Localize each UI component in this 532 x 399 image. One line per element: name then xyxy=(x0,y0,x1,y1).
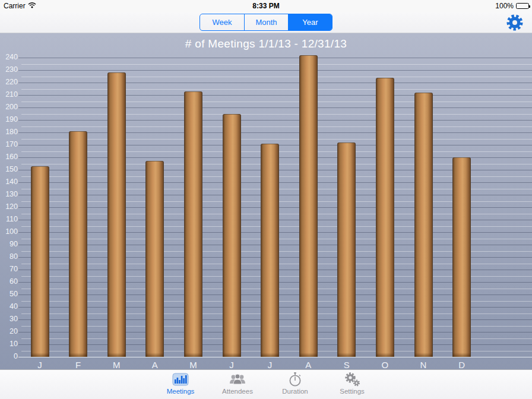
x-axis-label: J xyxy=(258,360,282,369)
segment-week[interactable]: Week xyxy=(200,14,244,30)
stopwatch-icon xyxy=(287,371,303,388)
x-axis-label: J xyxy=(28,360,52,369)
y-axis-label: 80 xyxy=(0,252,18,261)
x-axis-label: S xyxy=(335,360,359,369)
chart-bar xyxy=(223,114,241,357)
gridline-major xyxy=(18,70,532,71)
tab-bar: Meetings Attendees Duration xyxy=(0,369,532,399)
x-axis-label: M xyxy=(104,360,128,369)
y-axis-label: 140 xyxy=(0,178,18,186)
gridline-major xyxy=(18,120,532,121)
gridline-major xyxy=(18,107,532,108)
y-axis-label: 50 xyxy=(0,290,18,298)
x-axis-label: A xyxy=(143,360,167,369)
tab-label: Settings xyxy=(340,388,365,395)
gridline-minor xyxy=(21,139,532,140)
gears-icon xyxy=(343,371,361,388)
y-axis-label: 170 xyxy=(0,140,18,148)
meetings-bar-chart: # of Meetings 1/1/13 - 12/31/13 10203040… xyxy=(0,33,532,369)
x-axis-label: O xyxy=(373,360,397,369)
y-axis-label: 100 xyxy=(0,227,18,236)
y-axis-label: 240 xyxy=(0,53,18,61)
chart-bar xyxy=(69,131,87,357)
status-bar: Carrier 8:33 PM 100% xyxy=(0,0,532,12)
tab-attendees[interactable]: Attendees xyxy=(215,371,260,398)
y-axis-label: 40 xyxy=(0,302,18,311)
y-axis-label: 160 xyxy=(0,153,18,161)
x-axis-label: J xyxy=(220,360,243,369)
gridline-minor xyxy=(21,114,532,115)
chart-bar xyxy=(414,93,433,357)
tab-label: Duration xyxy=(282,388,308,395)
y-axis-label: 200 xyxy=(0,103,18,111)
chart-bar xyxy=(452,157,471,357)
chart-bar xyxy=(145,161,164,357)
segment-month[interactable]: Month xyxy=(244,14,288,30)
y-axis-label: 180 xyxy=(0,128,18,136)
chart-bar xyxy=(184,91,202,357)
header: Week Month Year xyxy=(0,12,532,33)
gridline-minor xyxy=(21,89,532,90)
y-axis-label: 230 xyxy=(0,65,18,74)
people-icon xyxy=(229,371,246,388)
chart-title: # of Meetings 1/1/13 - 12/31/13 xyxy=(0,37,532,50)
clock: 8:33 PM xyxy=(0,2,532,10)
period-segmented-control: Week Month Year xyxy=(200,14,332,31)
gridline-minor xyxy=(21,126,532,127)
bar-chart-icon xyxy=(172,371,189,388)
y-axis-label: 20 xyxy=(0,327,18,335)
gridline-major xyxy=(18,132,532,133)
gridline-major xyxy=(18,58,532,58)
battery-icon xyxy=(516,3,529,9)
chart-bar xyxy=(107,72,126,357)
y-axis-label: 10 xyxy=(0,340,18,348)
x-axis-label: A xyxy=(296,360,320,369)
chart-bar xyxy=(299,55,318,357)
x-axis-label: D xyxy=(450,360,474,369)
y-axis-label: 30 xyxy=(0,315,18,323)
x-axis-label: M xyxy=(181,360,205,369)
gridline-major xyxy=(18,83,532,83)
tab-label: Meetings xyxy=(167,388,195,395)
x-axis-label: F xyxy=(66,360,90,369)
y-axis-label: 130 xyxy=(0,190,18,198)
battery-percent-label: 100% xyxy=(495,2,514,10)
x-axis-label: N xyxy=(411,360,435,369)
gear-icon xyxy=(505,25,524,34)
segment-year[interactable]: Year xyxy=(288,14,332,30)
tab-duration[interactable]: Duration xyxy=(273,371,318,398)
chart-bar xyxy=(31,166,49,357)
y-axis-label: 120 xyxy=(0,202,18,211)
tab-label: Attendees xyxy=(222,388,253,395)
chart-bar xyxy=(261,144,279,357)
y-axis-label: 0 xyxy=(0,352,18,360)
x-axis-baseline xyxy=(18,357,532,357)
y-axis-label: 70 xyxy=(0,265,18,273)
y-axis-label: 150 xyxy=(0,165,18,173)
y-axis-label: 190 xyxy=(0,115,18,124)
gridline-minor xyxy=(21,102,532,102)
gridline-major xyxy=(18,95,532,96)
tab-settings[interactable]: Settings xyxy=(330,371,375,398)
y-axis-label: 210 xyxy=(0,90,18,99)
y-axis-label: 90 xyxy=(0,240,18,248)
chart-bar xyxy=(376,78,394,357)
chart-bar xyxy=(337,142,356,357)
y-axis-label: 110 xyxy=(0,215,18,223)
tab-meetings[interactable]: Meetings xyxy=(158,371,203,398)
y-axis-label: 60 xyxy=(0,277,18,286)
gridline-minor xyxy=(21,64,532,65)
y-axis-label: 220 xyxy=(0,78,18,86)
settings-gear-button[interactable] xyxy=(505,13,525,32)
gridline-minor xyxy=(21,77,532,77)
